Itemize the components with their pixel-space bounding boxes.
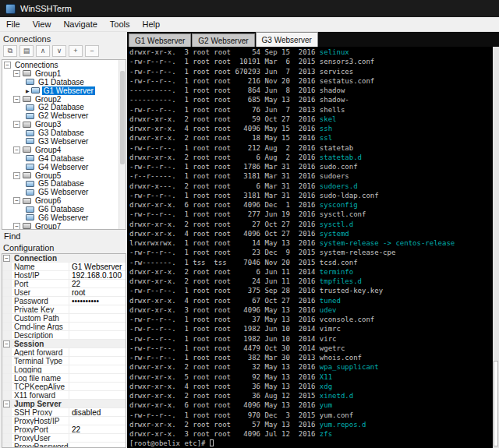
dir-name: terminfo bbox=[320, 268, 353, 276]
menu-item-tools[interactable]: Tools bbox=[104, 18, 136, 30]
tree-node-label: Group4 bbox=[34, 146, 62, 154]
terminal-scrollbar-thumb[interactable] bbox=[494, 361, 498, 446]
dir-name: statetab.d bbox=[320, 153, 362, 161]
row-gutter bbox=[2, 425, 12, 433]
property-value[interactable] bbox=[69, 331, 126, 339]
property-value[interactable] bbox=[69, 314, 126, 322]
file-meta: -rw-r--r--. 1 root root 23 Dec 9 2015 bbox=[129, 249, 320, 256]
tree-node-group7[interactable]: −Group7 bbox=[2, 222, 119, 229]
property-value[interactable] bbox=[69, 434, 126, 442]
terminal[interactable]: drwxr-xr-x. 3 root root 54 Sep 15 2016 s… bbox=[127, 47, 493, 448]
terminal-line: drwxr-xr-x. 4 root root 67 Oct 27 2016 t… bbox=[129, 296, 493, 305]
property-label: User bbox=[12, 288, 69, 296]
file-name: shadow bbox=[320, 86, 345, 94]
collapse-expander-icon[interactable]: − bbox=[13, 121, 20, 128]
collapse-expander-icon[interactable]: − bbox=[13, 146, 20, 153]
file-name: vconsole.conf bbox=[320, 316, 374, 323]
terminal-line: ----------. 1 root root 685 May 13 2016 … bbox=[129, 95, 493, 104]
file-name: virc bbox=[320, 335, 337, 343]
property-value[interactable]: 192.168.0.100 bbox=[69, 271, 126, 279]
collapse-expander-icon[interactable]: − bbox=[4, 62, 11, 69]
property-value[interactable]: disabled bbox=[69, 408, 126, 416]
tree-node-g6-webserver[interactable]: G6 Webserver bbox=[2, 213, 119, 222]
remove-connection-icon[interactable]: − bbox=[85, 45, 99, 57]
collapse-expander-icon[interactable]: − bbox=[3, 340, 10, 347]
category-session[interactable]: −Session bbox=[2, 340, 126, 348]
file-meta: drwxr-xr-x. 6 root root 4096 May 13 2016 bbox=[129, 401, 320, 409]
property-value[interactable]: G1 Webserver bbox=[69, 263, 126, 270]
tree-node-g1-webserver[interactable]: ▶G1 Webserver bbox=[2, 86, 119, 95]
export-icon[interactable]: ▤ bbox=[19, 45, 34, 57]
tree-node-label: Group3 bbox=[34, 120, 62, 129]
collapse-expander-icon[interactable]: − bbox=[13, 70, 20, 77]
file-meta: drwxr-x---. 2 root root 6 Mar 31 2016 bbox=[129, 182, 320, 190]
menu-item-file[interactable]: File bbox=[0, 18, 27, 30]
tree-node-g2-database[interactable]: G2 Database bbox=[2, 103, 119, 111]
tree-node-g2-webserver[interactable]: G2 Webserver bbox=[2, 111, 119, 120]
find-field[interactable]: Find bbox=[2, 230, 126, 242]
property-value[interactable] bbox=[69, 357, 126, 365]
property-value[interactable] bbox=[69, 443, 126, 448]
file-meta: -rw-r--r--. 1 root root 277 Jun 19 2016 bbox=[129, 210, 320, 218]
tree-node-g5-database[interactable]: G5 Database bbox=[2, 179, 119, 188]
server-icon bbox=[26, 138, 34, 144]
property-value[interactable] bbox=[69, 417, 126, 425]
property-label: ProxyUser bbox=[12, 434, 69, 442]
tab-g3-webserver[interactable]: G3 Webserver bbox=[256, 32, 318, 47]
tree-node-g5-webserver[interactable]: G5 Webserver bbox=[2, 188, 119, 196]
property-value[interactable] bbox=[69, 365, 126, 373]
menu-item-navigate[interactable]: Navigate bbox=[57, 18, 103, 30]
property-value[interactable] bbox=[69, 323, 126, 330]
tree-scrollbar[interactable] bbox=[119, 60, 126, 229]
tree-node-g6-database[interactable]: G6 Database bbox=[2, 205, 119, 213]
property-value[interactable] bbox=[69, 383, 126, 390]
tree-node-g4-webserver[interactable]: G4 Webserver bbox=[2, 163, 119, 171]
connections-tree[interactable]: −Connections−Group1G1 Database▶G1 Webser… bbox=[2, 60, 119, 229]
tree-node-g4-database[interactable]: G4 Database bbox=[2, 154, 119, 163]
property-value[interactable] bbox=[69, 348, 126, 356]
menu-item-help[interactable]: Help bbox=[136, 18, 167, 30]
tree-node-group4[interactable]: −Group4 bbox=[2, 146, 119, 154]
move-down-icon[interactable]: ∨ bbox=[52, 45, 66, 57]
tab-g2-webserver[interactable]: G2 Webserver bbox=[192, 34, 254, 47]
tree-node-group2[interactable]: −Group2 bbox=[2, 95, 119, 104]
terminal-scrollbar[interactable] bbox=[493, 47, 499, 448]
property-value[interactable]: 22 bbox=[69, 425, 126, 433]
menu-item-view[interactable]: View bbox=[27, 18, 58, 30]
add-connection-icon[interactable]: + bbox=[69, 45, 83, 57]
category-jump-server[interactable]: −Jump Server bbox=[2, 400, 126, 408]
tree-node-group5[interactable]: −Group5 bbox=[2, 171, 119, 180]
tree-scrollbar-thumb[interactable] bbox=[120, 71, 125, 164]
terminal-line: drwxr-xr-x. 2 root root 36 Aug 12 2015 x… bbox=[129, 391, 493, 400]
file-name: vimrc bbox=[320, 325, 341, 333]
collapse-expander-icon[interactable]: − bbox=[13, 172, 20, 179]
tree-node-label: G5 Database bbox=[37, 179, 86, 188]
property-value[interactable]: 22 bbox=[69, 280, 126, 287]
terminal-line: -rw-r--r--. 1 root root 37 May 13 2016 v… bbox=[129, 315, 493, 324]
tree-node-group6[interactable]: −Group6 bbox=[2, 196, 119, 205]
property-value[interactable] bbox=[69, 305, 126, 313]
file-meta: ----------. 1 root root 685 May 13 2016 bbox=[129, 96, 320, 104]
tab-g1-webserver[interactable]: G1 Webserver bbox=[129, 34, 191, 47]
duplicate-icon[interactable]: ⧉ bbox=[3, 45, 17, 57]
collapse-expander-icon[interactable]: − bbox=[13, 197, 20, 204]
tree-node-group3[interactable]: −Group3 bbox=[2, 120, 119, 129]
move-up-icon[interactable]: ∧ bbox=[36, 45, 50, 57]
tree-node-g3-database[interactable]: G3 Database bbox=[2, 129, 119, 137]
collapse-expander-icon[interactable]: − bbox=[13, 96, 20, 103]
group-icon bbox=[23, 172, 31, 178]
property-value[interactable]: •••••••••• bbox=[69, 297, 126, 305]
collapse-expander-icon[interactable]: − bbox=[13, 223, 20, 229]
collapse-expander-icon[interactable]: − bbox=[3, 400, 10, 407]
collapse-expander-icon[interactable]: − bbox=[3, 255, 10, 262]
tree-node-g3-webserver[interactable]: G3 Webserver bbox=[2, 137, 119, 146]
category-connection[interactable]: −Connection bbox=[2, 254, 126, 263]
property-value[interactable]: root bbox=[69, 288, 126, 296]
connections-toolbar: ⧉▤∧∨+− bbox=[2, 44, 126, 59]
tree-node-connections[interactable]: −Connections bbox=[2, 61, 119, 69]
property-value[interactable] bbox=[69, 391, 126, 399]
server-icon bbox=[26, 155, 34, 161]
tree-node-g1-database[interactable]: G1 Database bbox=[2, 78, 119, 86]
property-value[interactable] bbox=[69, 374, 126, 382]
tree-node-group1[interactable]: −Group1 bbox=[2, 69, 119, 78]
